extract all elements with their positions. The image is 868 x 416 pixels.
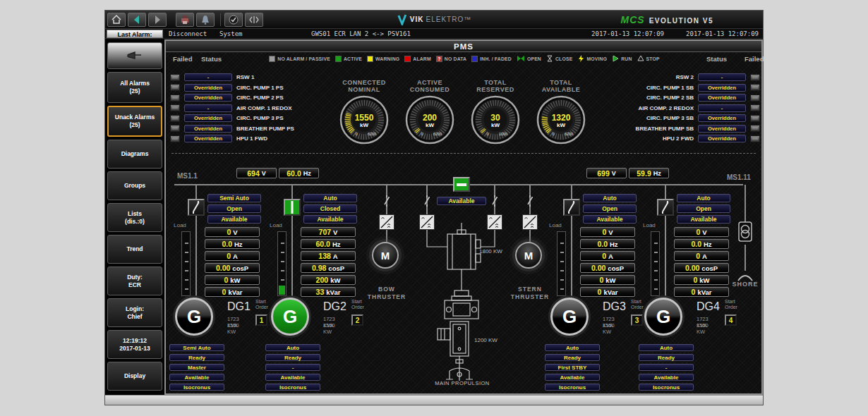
shore-connection-icon[interactable] bbox=[735, 221, 755, 245]
dg3-availability-button[interactable]: Available bbox=[583, 215, 637, 224]
dg4-start-order[interactable]: 4 bbox=[725, 314, 737, 326]
dg1-start-order[interactable]: 1 bbox=[255, 314, 267, 326]
dg4-mode-button[interactable]: Auto bbox=[677, 194, 730, 202]
status-button[interactable]: Overridden bbox=[184, 114, 232, 122]
sidebar-item-groups[interactable]: Groups bbox=[107, 171, 162, 200]
dg3-status-button[interactable]: First STBY bbox=[545, 364, 600, 371]
dg2-status-button[interactable]: Ready bbox=[265, 354, 320, 361]
failed-checkbox[interactable] bbox=[170, 125, 180, 132]
dg2-breaker[interactable] bbox=[284, 199, 301, 216]
dg3-mode-button[interactable]: Auto bbox=[583, 194, 637, 202]
status-button[interactable]: Overridden bbox=[698, 135, 746, 142]
dg1-status-button[interactable]: Available bbox=[169, 374, 224, 381]
dg2-start-order[interactable]: 2 bbox=[351, 314, 363, 326]
status-button[interactable]: - bbox=[184, 104, 232, 112]
status-button[interactable]: Overridden bbox=[184, 125, 232, 133]
dg1-status-button[interactable]: Isocronus bbox=[169, 384, 224, 391]
bus-tie-breaker[interactable] bbox=[453, 177, 470, 192]
dg3-status-button[interactable]: Available bbox=[545, 374, 600, 381]
dg3-breaker-state-button[interactable]: Open bbox=[583, 204, 637, 213]
failed-checkbox[interactable] bbox=[170, 84, 180, 91]
dg1-generator-symbol[interactable]: G bbox=[175, 298, 213, 336]
dg4-status-button[interactable]: Auto bbox=[639, 344, 694, 351]
sidebar-item-trend[interactable]: Trend bbox=[107, 235, 162, 264]
failed-checkbox[interactable] bbox=[750, 104, 760, 111]
sidebar-item-unack-alarms[interactable]: Unack Alarms(25) bbox=[107, 106, 162, 137]
disconnect-switch-icon[interactable] bbox=[490, 195, 499, 207]
dg1-status-button[interactable]: Ready bbox=[169, 354, 224, 361]
failed-checkbox[interactable] bbox=[170, 94, 180, 102]
sidebar-item-display[interactable]: Display bbox=[107, 362, 162, 391]
dg3-status-button[interactable]: Ready bbox=[545, 354, 600, 361]
dg1-breaker-state-button[interactable]: Open bbox=[207, 204, 261, 213]
failed-checkbox[interactable] bbox=[750, 84, 760, 91]
dg4-breaker[interactable] bbox=[657, 199, 674, 216]
disconnect-switch-icon[interactable] bbox=[526, 195, 534, 207]
dg1-mode-button[interactable]: Semi Auto bbox=[207, 194, 261, 202]
status-button[interactable]: Overridden bbox=[184, 84, 232, 92]
last-alarm-message[interactable]: Disconnect bbox=[169, 30, 207, 38]
dg4-availability-button[interactable]: Available bbox=[677, 215, 730, 224]
dg4-status-button[interactable]: - bbox=[639, 364, 694, 371]
status-button[interactable]: Overridden bbox=[698, 125, 746, 133]
sidebar-item-duty[interactable]: Duty:ECR bbox=[107, 267, 162, 295]
dg1-status-button[interactable]: Semi Auto bbox=[169, 344, 224, 351]
status-button[interactable]: - bbox=[184, 73, 232, 81]
alarm-horn-button[interactable] bbox=[107, 42, 162, 69]
home-button[interactable] bbox=[107, 13, 126, 27]
dg4-status-button[interactable]: Available bbox=[639, 374, 694, 381]
dg3-generator-symbol[interactable]: G bbox=[550, 298, 589, 336]
back-button[interactable] bbox=[128, 13, 146, 27]
dg4-status-button[interactable]: Isocronus bbox=[639, 384, 694, 391]
sidebar-item-clock[interactable]: 12:19:122017-01-13 bbox=[107, 330, 162, 359]
sidebar-item-diagrams[interactable]: Diagrams bbox=[107, 140, 162, 169]
forward-button[interactable] bbox=[148, 13, 167, 27]
dg2-status-button[interactable]: - bbox=[265, 364, 320, 371]
dg4-breaker-state-button[interactable]: Open bbox=[677, 204, 730, 213]
status-button[interactable]: Overridden bbox=[698, 94, 746, 102]
dg2-breaker-state-button[interactable]: Closed bbox=[303, 204, 357, 213]
failed-checkbox[interactable] bbox=[170, 104, 180, 111]
failed-checkbox[interactable] bbox=[750, 125, 760, 132]
disconnect-switch-icon[interactable] bbox=[423, 195, 431, 207]
status-button[interactable]: Overridden bbox=[698, 84, 746, 92]
acknowledge-button[interactable] bbox=[224, 13, 243, 27]
status-button[interactable]: Overridden bbox=[184, 94, 232, 102]
failed-checkbox[interactable] bbox=[170, 74, 180, 81]
failed-checkbox[interactable] bbox=[750, 115, 760, 122]
dg3-breaker[interactable] bbox=[563, 199, 580, 216]
bow-thruster-motor[interactable]: M bbox=[372, 242, 399, 269]
dg3-start-order[interactable]: 3 bbox=[631, 314, 643, 326]
script-button[interactable] bbox=[245, 13, 263, 27]
dg2-status-button[interactable]: Isocronus bbox=[265, 384, 320, 391]
sidebar-item-login[interactable]: Login:Chief bbox=[107, 298, 162, 327]
status-button[interactable]: Overridden bbox=[698, 114, 746, 122]
dg4-status-button[interactable]: Ready bbox=[639, 354, 694, 361]
print-button[interactable] bbox=[176, 13, 194, 27]
status-button[interactable]: - bbox=[698, 104, 746, 112]
status-button[interactable]: Overridden bbox=[184, 135, 232, 142]
dg1-breaker[interactable] bbox=[188, 199, 205, 216]
dg2-status-button[interactable]: Auto bbox=[265, 344, 320, 351]
dg1-status-button[interactable]: Master bbox=[169, 364, 224, 371]
dg3-status-button[interactable]: Auto bbox=[545, 344, 600, 351]
dg4-generator-symbol[interactable]: G bbox=[644, 298, 682, 336]
frequency-converter-icon[interactable] bbox=[379, 214, 394, 230]
failed-checkbox[interactable] bbox=[170, 115, 180, 122]
dg3-status-button[interactable]: Isocronus bbox=[545, 384, 600, 391]
failed-checkbox[interactable] bbox=[750, 135, 760, 142]
dg1-availability-button[interactable]: Available bbox=[207, 215, 261, 224]
sidebar-item-all-alarms[interactable]: All Alarms(25) bbox=[107, 72, 162, 103]
failed-checkbox[interactable] bbox=[170, 135, 180, 142]
frequency-converter-icon[interactable] bbox=[522, 214, 538, 230]
bus-tie-status-button[interactable]: Available bbox=[437, 197, 486, 205]
dg2-status-button[interactable]: Available bbox=[265, 374, 320, 381]
failed-checkbox[interactable] bbox=[750, 94, 760, 102]
sidebar-item-lists[interactable]: Lists(dis.:0) bbox=[107, 203, 162, 232]
dg2-availability-button[interactable]: Available bbox=[303, 215, 357, 224]
disconnect-switch-icon[interactable] bbox=[382, 195, 391, 207]
failed-checkbox[interactable] bbox=[750, 74, 760, 81]
alarm-sound-button[interactable] bbox=[196, 13, 215, 27]
dg2-generator-symbol[interactable]: G bbox=[271, 298, 309, 336]
dg2-mode-button[interactable]: Auto bbox=[303, 194, 357, 202]
